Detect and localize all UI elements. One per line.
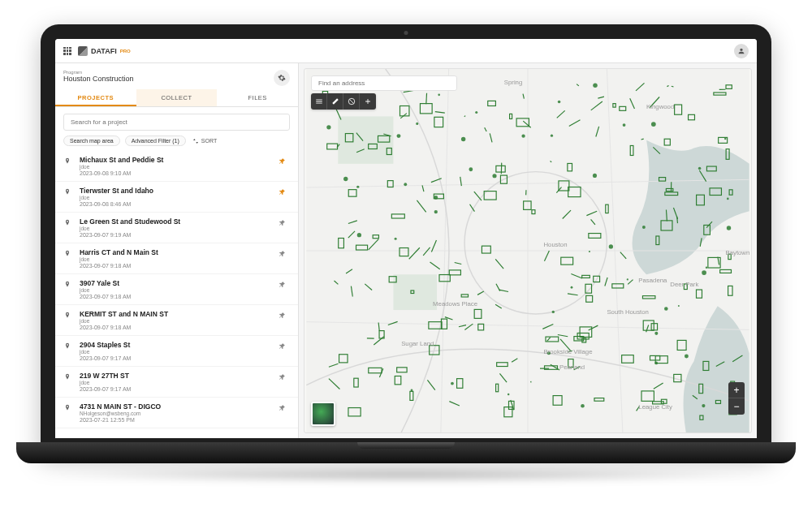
zoom-in-button[interactable]: + xyxy=(728,382,745,398)
project-list-item[interactable]: 2904 Staples Stjdoe2023-09-07 9:17 AM xyxy=(55,336,298,367)
map-label-sugarland: Sugar Land xyxy=(401,340,434,347)
svg-point-108 xyxy=(397,134,401,138)
pin-toggle[interactable] xyxy=(279,156,290,176)
person-icon xyxy=(737,47,745,55)
svg-point-34 xyxy=(706,267,707,269)
project-user: jdoe xyxy=(80,164,272,170)
map-measure-button[interactable] xyxy=(327,93,343,110)
map-label-southhouston: South Houston xyxy=(607,308,648,316)
logo-mark-icon xyxy=(78,46,88,56)
map-label-pasadena: Pasadena xyxy=(638,277,667,284)
svg-point-86 xyxy=(469,167,473,171)
project-title: 219 W 27TH ST xyxy=(80,372,272,380)
svg-point-249 xyxy=(571,286,573,289)
project-list[interactable]: Michaux St and Peddie Stjdoe2023-09-08 9… xyxy=(55,151,298,438)
map-label-brookside: Brookside Village xyxy=(543,348,592,355)
project-user: jdoe xyxy=(80,380,272,385)
svg-point-144 xyxy=(395,238,397,240)
tab-collect[interactable]: COLLECT xyxy=(136,89,218,106)
pin-toggle[interactable] xyxy=(279,341,290,361)
project-list-item[interactable]: Le Green St and Studewood Stjdoe2023-09-… xyxy=(55,213,298,243)
svg-point-64 xyxy=(343,177,348,181)
project-list-item[interactable]: 4731 N MAIN ST - DIGCONHolgeson@wsbeng.c… xyxy=(55,398,298,428)
svg-point-200 xyxy=(678,305,680,307)
project-list-item[interactable]: Harris CT and N Main Stjdoe2023-09-07 9:… xyxy=(55,243,298,274)
advanced-filter-button[interactable]: Advanced Filter (1) xyxy=(125,136,186,146)
location-pin-icon xyxy=(63,279,73,299)
location-pin-icon xyxy=(63,156,73,176)
pin-toggle[interactable] xyxy=(279,217,290,238)
project-date: 2023-09-07 9:19 AM xyxy=(80,232,272,238)
panel-tabs: PROJECTS COLLECT FILES xyxy=(55,89,298,107)
left-panel: Program Houston Construction PROJECTS CO… xyxy=(55,63,299,438)
svg-point-228 xyxy=(727,198,729,200)
location-pin-icon xyxy=(63,402,73,423)
sort-button[interactable]: SORT xyxy=(192,138,217,144)
program-header: Program Houston Construction xyxy=(55,63,298,89)
brand-name: DATAFI xyxy=(91,47,117,55)
zoom-out-button[interactable]: − xyxy=(728,398,745,415)
svg-point-76 xyxy=(593,84,598,88)
project-date: 2023-09-07 9:18 AM xyxy=(80,294,272,299)
project-date: 2023-09-08 9:10 AM xyxy=(80,170,272,176)
svg-point-180 xyxy=(589,251,590,252)
svg-point-256 xyxy=(651,122,656,127)
project-date: 2023-09-07 9:17 AM xyxy=(80,386,272,392)
user-avatar[interactable] xyxy=(734,44,749,58)
apps-menu-icon[interactable] xyxy=(63,47,71,55)
svg-point-93 xyxy=(404,183,407,186)
project-list-item[interactable]: Tierwster St and Idahojdoe2023-09-08 8:4… xyxy=(55,182,298,213)
location-pin-icon xyxy=(63,372,73,392)
pin-toggle[interactable] xyxy=(279,310,290,330)
map-address-search-input[interactable] xyxy=(311,75,457,91)
svg-point-246 xyxy=(627,278,628,280)
project-title: KERMIT ST and N MAIN ST xyxy=(80,310,272,318)
program-name: Houston Construction xyxy=(63,75,269,83)
project-list-item[interactable]: 3907 Yale Stjdoe2023-09-07 9:18 AM xyxy=(55,274,298,305)
sort-icon xyxy=(192,138,199,144)
pin-toggle[interactable] xyxy=(279,372,290,392)
map-label-houston: Houston xyxy=(543,241,567,248)
layers-icon xyxy=(315,97,323,105)
project-date: 2023-09-07 9:18 AM xyxy=(80,325,272,330)
project-date: 2023-09-07 9:18 AM xyxy=(80,263,272,269)
pin-toggle[interactable] xyxy=(279,279,290,299)
svg-point-206 xyxy=(357,233,361,237)
map-clear-button[interactable] xyxy=(343,93,360,110)
project-list-item[interactable]: KERMIT ST and N MAIN STjdoe2023-09-07 9:… xyxy=(55,305,298,336)
program-settings-button[interactable] xyxy=(274,70,290,86)
map-label-meadows: Meadows Place xyxy=(433,300,477,308)
map-label-spring: Spring xyxy=(504,79,523,86)
project-title: 2904 Staples St xyxy=(80,341,272,349)
svg-line-153 xyxy=(677,217,678,223)
search-map-area-button[interactable]: Search map area xyxy=(63,136,120,146)
project-user: jdoe xyxy=(80,349,272,355)
svg-line-135 xyxy=(426,93,427,105)
project-user: jdoe xyxy=(80,318,272,324)
tab-projects[interactable]: PROJECTS xyxy=(55,89,136,106)
map-label-deerpark: Deer Park xyxy=(670,281,698,288)
pin-toggle[interactable] xyxy=(279,187,290,207)
project-title: 4731 N MAIN ST - DIGCO xyxy=(80,402,272,411)
project-list-item[interactable]: Michaux St and Peddie Stjdoe2023-09-08 9… xyxy=(55,151,298,182)
svg-point-149 xyxy=(609,244,613,248)
location-pin-icon xyxy=(63,248,73,269)
sort-label: SORT xyxy=(201,138,217,144)
svg-point-209 xyxy=(654,332,658,335)
map-canvas[interactable]: Houston Pasadena Pearland Sugar Land Spr… xyxy=(304,69,751,432)
project-title: Le Green St and Studewood St xyxy=(80,217,272,226)
pin-toggle[interactable] xyxy=(279,248,290,269)
project-list-item[interactable]: 219 W 27TH STjdoe2023-09-07 9:17 AM xyxy=(55,367,298,398)
svg-point-139 xyxy=(434,210,438,213)
svg-point-214 xyxy=(475,111,477,114)
basemap-toggle[interactable] xyxy=(311,402,335,426)
svg-point-130 xyxy=(724,138,727,140)
pin-toggle[interactable] xyxy=(279,402,290,423)
project-search-input[interactable] xyxy=(63,114,290,131)
map-add-button[interactable] xyxy=(360,93,376,110)
location-pin-icon xyxy=(63,341,73,361)
svg-point-138 xyxy=(551,135,553,137)
project-title: 3907 Yale St xyxy=(80,279,272,287)
map-layers-button[interactable] xyxy=(311,93,327,110)
tab-files[interactable]: FILES xyxy=(217,89,298,106)
